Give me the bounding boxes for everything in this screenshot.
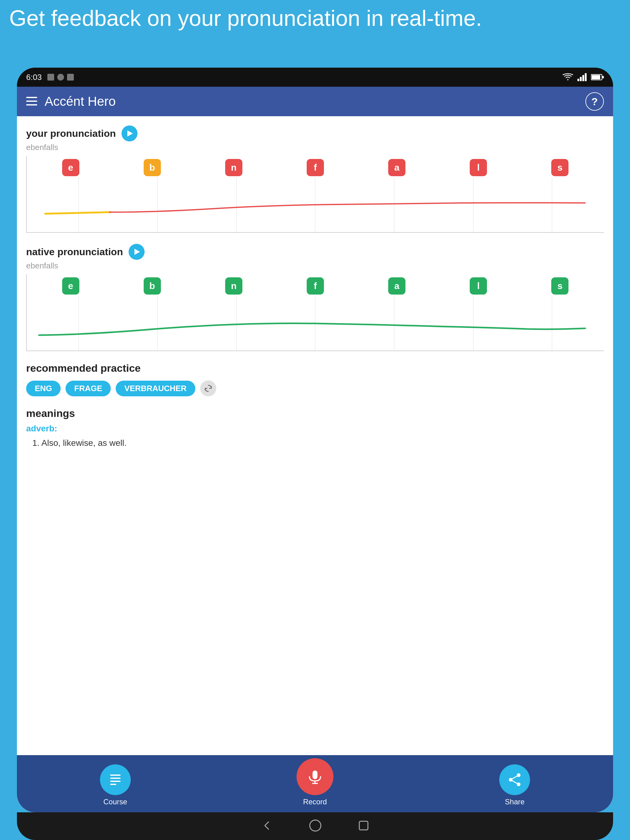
- phoneme-f: f: [307, 159, 324, 176]
- play-your-pronunciation-button[interactable]: [122, 125, 138, 141]
- wifi-icon: [563, 73, 573, 81]
- phoneme-s: s: [551, 159, 568, 176]
- notif-icon-3: [67, 74, 74, 81]
- native-phoneme-b: b: [144, 277, 161, 295]
- native-phoneme-row: e b n f a l s: [30, 277, 601, 295]
- native-phoneme-f: f: [307, 277, 324, 295]
- app-title: Accént Hero: [44, 94, 586, 109]
- svg-rect-5: [592, 75, 600, 79]
- status-bar: 6:03: [17, 68, 613, 87]
- your-pronunciation-word: ebenfalls: [26, 143, 604, 152]
- svg-rect-1: [580, 77, 582, 81]
- share-button[interactable]: [499, 764, 530, 795]
- play-native-pronunciation-button[interactable]: [128, 244, 144, 260]
- hamburger-menu[interactable]: [26, 95, 37, 108]
- app-content: Accént Hero ? your pronunciation ebenfal…: [17, 87, 613, 812]
- nav-item-record[interactable]: Record: [296, 758, 334, 806]
- your-pronunciation-title: your pronunciation: [26, 128, 116, 139]
- svg-rect-6: [602, 76, 604, 78]
- record-label: Record: [303, 797, 327, 806]
- your-phoneme-row: e b n f a l s: [30, 159, 601, 176]
- status-time: 6:03: [26, 73, 42, 82]
- native-phoneme-a: a: [388, 277, 405, 295]
- pos-label: adverb:: [26, 424, 604, 434]
- svg-rect-8: [26, 101, 37, 102]
- svg-rect-11: [110, 778, 120, 779]
- app-bar: Accént Hero ?: [17, 87, 613, 116]
- status-icons: [563, 73, 604, 81]
- device-frame: 6:03: [17, 68, 613, 812]
- share-label: Share: [505, 797, 524, 806]
- battery-icon: [591, 74, 604, 81]
- meaning-item-1: 1. Also, likewise, as well.: [26, 437, 604, 450]
- hardware-recents-button[interactable]: [358, 820, 369, 832]
- recommended-practice-section: recommended practice ENG FRAGE VERBRAUCH…: [26, 362, 604, 396]
- scroll-content: your pronunciation ebenfalls e b n f a: [17, 116, 613, 755]
- recommended-practice-heading: recommended practice: [26, 362, 604, 374]
- svg-rect-14: [313, 771, 317, 779]
- svg-rect-3: [585, 73, 587, 81]
- your-pronunciation-section: your pronunciation ebenfalls e b n f a: [26, 125, 604, 233]
- svg-rect-13: [110, 784, 116, 785]
- phoneme-e: e: [62, 159, 79, 176]
- bottom-nav: Course Record: [17, 755, 613, 812]
- native-pronunciation-chart: e b n f a l s: [26, 274, 604, 351]
- meanings-section: meanings adverb: 1. Also, likewise, as w…: [26, 407, 604, 450]
- nav-item-course[interactable]: Course: [100, 764, 131, 806]
- practice-tag-verbraucher[interactable]: VERBRAUCHER: [116, 381, 195, 396]
- course-label: Course: [103, 797, 127, 806]
- your-pronunciation-chart: e b n f a l s: [26, 156, 604, 233]
- practice-tag-frage[interactable]: FRAGE: [65, 381, 111, 396]
- svg-point-22: [310, 820, 321, 831]
- practice-tag-eng[interactable]: ENG: [26, 381, 60, 396]
- notif-icon-1: [47, 74, 54, 81]
- signal-icon: [578, 73, 587, 81]
- record-button[interactable]: [296, 758, 334, 795]
- hardware-back-button[interactable]: [261, 820, 272, 832]
- svg-rect-7: [26, 97, 37, 98]
- native-pitch-line: [27, 301, 604, 351]
- svg-rect-0: [578, 79, 579, 81]
- native-pronunciation-word: ebenfalls: [26, 261, 604, 271]
- your-pitch-line: [27, 183, 604, 232]
- headline: Get feedback on your pronunciation in re…: [9, 6, 621, 31]
- svg-rect-23: [359, 821, 368, 830]
- svg-rect-2: [583, 75, 584, 81]
- svg-rect-9: [26, 104, 37, 106]
- svg-rect-10: [110, 775, 120, 776]
- native-phoneme-l: l: [470, 277, 487, 295]
- course-button[interactable]: [100, 764, 131, 795]
- phoneme-n: n: [225, 159, 242, 176]
- practice-tags-row: ENG FRAGE VERBRAUCHER: [26, 381, 604, 396]
- device-bottom-bar: [17, 812, 613, 840]
- notif-icon-2: [57, 74, 64, 81]
- phoneme-b: b: [144, 159, 161, 176]
- svg-line-20: [511, 775, 519, 780]
- hardware-home-button[interactable]: [309, 819, 321, 833]
- help-button[interactable]: ?: [586, 92, 604, 111]
- phoneme-l: l: [470, 159, 487, 176]
- refresh-button[interactable]: [200, 381, 216, 396]
- native-phoneme-s: s: [551, 277, 568, 295]
- native-pronunciation-section: native pronunciation ebenfalls e b n f a: [26, 244, 604, 351]
- phoneme-a: a: [388, 159, 405, 176]
- native-phoneme-e: e: [62, 277, 79, 295]
- native-phoneme-n: n: [225, 277, 242, 295]
- svg-rect-12: [110, 781, 120, 782]
- meanings-heading: meanings: [26, 407, 604, 419]
- native-pronunciation-title: native pronunciation: [26, 246, 123, 257]
- nav-item-share[interactable]: Share: [499, 764, 530, 806]
- svg-line-21: [511, 780, 519, 784]
